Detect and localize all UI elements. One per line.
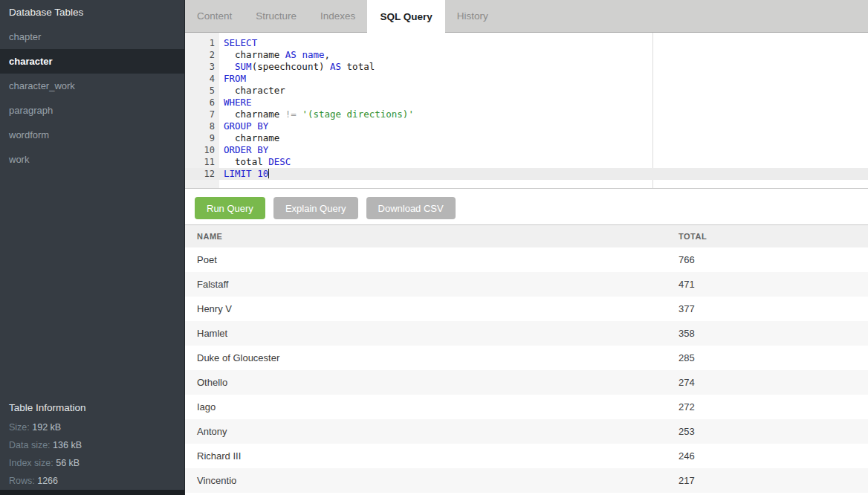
sidebar-item-wordform[interactable]: wordform	[0, 123, 184, 147]
code-line-5[interactable]: 5 character	[185, 85, 868, 97]
info-value: 136 kB	[51, 440, 82, 450]
table-row[interactable]: Vincentio217	[185, 468, 868, 493]
code-line-10[interactable]: 10ORDER BY	[185, 144, 868, 156]
table-row[interactable]: Henry V377	[185, 297, 868, 321]
code-line-2[interactable]: 2 charname AS name,	[185, 49, 868, 61]
sidebar-header: Database Tables	[0, 0, 184, 25]
info-row: Size: 192 kB	[0, 418, 184, 436]
line-code: FROM	[215, 73, 246, 85]
line-code: SUM(speechcount) AS total	[215, 61, 375, 73]
code-lines: 1SELECT2 charname AS name,3 SUM(speechco…	[185, 33, 868, 180]
line-number: 4	[185, 73, 215, 85]
sidebar: Database Tables chaptercharactercharacte…	[0, 0, 185, 495]
cell-name: Poet	[185, 248, 217, 272]
line-code: GROUP BY	[215, 120, 268, 132]
table-row[interactable]: Iago272	[185, 395, 868, 419]
line-number: 3	[185, 61, 215, 73]
query-toolbar: Run Query Explain Query Download CSV	[185, 189, 868, 224]
code-line-8[interactable]: 8GROUP BY	[185, 120, 868, 132]
code-line-9[interactable]: 9 charname	[185, 132, 868, 144]
sidebar-item-character[interactable]: character	[0, 49, 184, 74]
sidebar-item-work[interactable]: work	[0, 147, 184, 172]
line-number: 2	[185, 49, 215, 61]
info-value: 1266	[35, 476, 58, 486]
cell-name: Antony	[185, 419, 227, 444]
code-line-6[interactable]: 6WHERE	[185, 97, 868, 109]
cell-total: 253	[678, 419, 695, 444]
main-panel: ContentStructureIndexesSQL QueryHistory …	[185, 0, 868, 495]
download-csv-button[interactable]: Download CSV	[366, 197, 456, 219]
info-label: Rows:	[9, 476, 35, 486]
sql-editor[interactable]: 1SELECT2 charname AS name,3 SUM(speechco…	[185, 33, 868, 189]
line-number: 12	[185, 168, 215, 180]
line-number: 8	[185, 120, 215, 132]
tab-bar: ContentStructureIndexesSQL QueryHistory	[185, 0, 868, 33]
tab-indexes[interactable]: Indexes	[308, 0, 367, 32]
results-body: Poet766Falstaff471Henry V377Hamlet358Duk…	[185, 248, 868, 493]
info-label: Data size:	[9, 440, 51, 450]
sidebar-footer-strip	[0, 490, 184, 495]
info-row: Data size: 136 kB	[0, 436, 184, 454]
app-window: Database Tables chaptercharactercharacte…	[0, 0, 868, 495]
tab-structure[interactable]: Structure	[244, 0, 308, 32]
line-number: 6	[185, 97, 215, 109]
column-header-total[interactable]: TOTAL	[678, 225, 707, 248]
cell-total: 274	[678, 370, 695, 395]
cell-name: Richard III	[185, 444, 241, 468]
table-row[interactable]: Duke of Gloucester285	[185, 346, 868, 370]
code-line-3[interactable]: 3 SUM(speechcount) AS total	[185, 61, 868, 73]
cell-total: 272	[678, 395, 695, 419]
cell-name: Vincentio	[185, 468, 236, 493]
table-row[interactable]: Othello274	[185, 370, 868, 395]
tab-history[interactable]: History	[445, 0, 500, 32]
table-row[interactable]: Richard III246	[185, 444, 868, 468]
info-label: Index size:	[9, 458, 54, 468]
table-info-panel: Table Information Size: 192 kBData size:…	[0, 395, 184, 490]
sidebar-item-paragraph[interactable]: paragraph	[0, 98, 184, 123]
code-line-1[interactable]: 1SELECT	[185, 37, 868, 49]
info-value: 192 kB	[30, 422, 61, 433]
table-row[interactable]: Hamlet358	[185, 321, 868, 346]
info-row: Index size: 56 kB	[0, 454, 184, 472]
code-line-4[interactable]: 4FROM	[185, 73, 868, 85]
cell-total: 217	[678, 468, 695, 493]
table-info-title: Table Information	[0, 395, 184, 418]
sidebar-item-chapter[interactable]: chapter	[0, 25, 184, 49]
line-code: LIMIT 10	[215, 168, 269, 180]
line-number: 9	[185, 132, 215, 144]
table-list: chaptercharactercharacter_workparagraphw…	[0, 25, 184, 172]
code-line-11[interactable]: 11 total DESC	[185, 156, 868, 168]
line-code: charname AS name,	[215, 49, 330, 61]
results-header-row: NAME TOTAL	[185, 225, 868, 248]
code-line-7[interactable]: 7 charname != '(stage directions)'	[185, 109, 868, 120]
cell-name: Iago	[185, 395, 216, 419]
cell-total: 377	[678, 297, 695, 321]
cell-total: 285	[678, 346, 695, 370]
line-number: 1	[185, 37, 215, 49]
cell-total: 358	[678, 321, 695, 346]
line-code: charname	[215, 132, 279, 144]
line-code: charname != '(stage directions)'	[215, 109, 414, 120]
cell-name: Falstaff	[185, 272, 228, 297]
table-row[interactable]: Poet766	[185, 248, 868, 272]
line-code: character	[215, 85, 285, 97]
text-caret	[268, 169, 269, 178]
tab-content[interactable]: Content	[185, 0, 244, 32]
line-number: 11	[185, 156, 215, 168]
sidebar-item-character_work[interactable]: character_work	[0, 74, 184, 98]
info-value: 56 kB	[54, 458, 80, 468]
info-label: Size:	[9, 422, 30, 433]
explain-query-button[interactable]: Explain Query	[273, 197, 358, 219]
cell-total: 766	[678, 248, 695, 272]
tab-sql-query[interactable]: SQL Query	[367, 0, 444, 33]
line-code: WHERE	[215, 97, 252, 109]
line-number: 10	[185, 144, 215, 156]
line-code: ORDER BY	[215, 144, 268, 156]
table-row[interactable]: Antony253	[185, 419, 868, 444]
run-query-button[interactable]: Run Query	[195, 197, 265, 219]
results-table: NAME TOTAL Poet766Falstaff471Henry V377H…	[185, 224, 868, 493]
code-line-12[interactable]: 12LIMIT 10	[185, 168, 868, 180]
table-row[interactable]: Falstaff471	[185, 272, 868, 297]
column-header-name[interactable]: NAME	[185, 225, 222, 248]
info-row: Rows: 1266	[0, 472, 184, 490]
